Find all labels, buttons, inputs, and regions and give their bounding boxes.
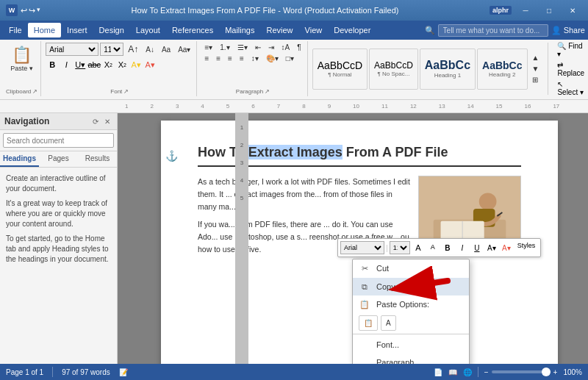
select-btn[interactable]: ↖ Select ▾	[554, 79, 587, 97]
underline-btn[interactable]: U▾	[74, 58, 87, 71]
multilevel-btn[interactable]: ☰▾	[234, 43, 251, 52]
nav-tab-headings[interactable]: Headings	[0, 151, 39, 167]
menu-search-input[interactable]	[438, 24, 548, 37]
align-left-btn[interactable]: ≡	[201, 54, 212, 63]
page-info: Page 1 of 1	[6, 368, 43, 376]
undo-btn[interactable]: ↩	[21, 6, 27, 15]
ctx-font[interactable]: Font...	[353, 336, 469, 354]
menu-bar: File Home Insert Design Layout Reference…	[0, 21, 588, 40]
font-size-select[interactable]: 11	[100, 43, 123, 56]
italic-btn[interactable]: I	[60, 58, 73, 71]
decrease-indent-btn[interactable]: ⇤	[252, 43, 264, 52]
borders-btn[interactable]: □▾	[283, 54, 297, 63]
menu-file[interactable]: File	[3, 23, 28, 37]
minimize-btn[interactable]: ─	[516, 4, 535, 17]
paste-btn[interactable]: 📋 Paste ▾	[6, 43, 37, 75]
style-heading1[interactable]: AaBbCc Heading 1	[420, 49, 476, 90]
zoom-control[interactable]: − +	[484, 368, 558, 376]
mini-grow-btn[interactable]: A	[412, 241, 425, 254]
nav-tab-results[interactable]: Results	[78, 151, 117, 167]
view-print-btn[interactable]: 📄	[434, 368, 442, 376]
increase-indent-btn[interactable]: ⇥	[265, 43, 277, 52]
clear-format-btn[interactable]: Aa	[159, 45, 173, 54]
sort-btn[interactable]: ↕A	[279, 43, 293, 52]
main-layout: Navigation ⟳ ✕ Headings Pages Results Cr…	[0, 113, 588, 364]
mini-font-select[interactable]: Arial	[340, 241, 384, 254]
find-btn[interactable]: 🔍 Find ▾	[554, 41, 587, 59]
undo-redo-controls[interactable]: ↩ ↪ ▾	[21, 6, 40, 15]
show-para-btn[interactable]: ¶	[294, 43, 304, 52]
menu-mailings[interactable]: Mailings	[219, 23, 260, 37]
zoom-slider[interactable]	[492, 370, 551, 373]
change-case-btn[interactable]: Aa▾	[175, 45, 193, 54]
justify-btn[interactable]: ≡	[237, 54, 247, 63]
mini-shrink-btn[interactable]: A	[426, 241, 440, 254]
replace-btn[interactable]: ⇄ Replace	[554, 60, 587, 78]
doc-area[interactable]: 12345 ⚓ Arial | 11 A A B I U A▾ A▾	[118, 113, 588, 364]
shading-btn[interactable]: 🎨▾	[263, 54, 282, 63]
line-spacing-btn[interactable]: ↕▾	[248, 54, 262, 63]
ribbon: 📋 Paste ▾ Clipboard ↗ Arial 11 A↑ A↓ Aa …	[0, 40, 588, 100]
zoom-out-btn[interactable]: −	[484, 368, 489, 376]
mini-font-color-btn[interactable]: A▾	[500, 241, 513, 254]
styles-scroll-down[interactable]: ▼	[529, 64, 542, 74]
view-web-btn[interactable]: 🌐	[463, 368, 472, 376]
redo-btn[interactable]: ↪	[29, 6, 35, 15]
menu-insert[interactable]: Insert	[61, 23, 93, 37]
subscript-btn[interactable]: X2	[101, 58, 115, 71]
paragraph-group: ≡▾ 1.▾ ☰▾ ⇤ ⇥ ↕A ¶ ≡ ≡ ≡ ≡ ↕▾ 🎨▾ □▾ Para…	[198, 41, 307, 96]
font-color-btn[interactable]: A▾	[143, 58, 157, 71]
mini-size-select[interactable]: 11	[390, 241, 410, 254]
ruler: 1 2 3 4 5 6 7 8 9 10 11 12 13 14 15 16 1…	[0, 100, 588, 113]
highlight-btn[interactable]: A▾	[129, 58, 143, 71]
status-bar: Page 1 of 1 97 of 97 words 📝 📄 📖 🌐 − + 1…	[0, 364, 588, 380]
nav-search-btn[interactable]: ⟳	[90, 117, 101, 126]
zoom-in-btn[interactable]: +	[553, 368, 558, 376]
mini-italic-btn[interactable]: I	[456, 241, 469, 254]
menu-references[interactable]: References	[166, 23, 219, 37]
font-family-select[interactable]: Arial	[46, 43, 98, 56]
align-center-btn[interactable]: ≡	[213, 54, 223, 63]
zoom-level[interactable]: 100%	[563, 368, 582, 376]
nav-search-input[interactable]	[3, 133, 114, 148]
nav-title: Navigation	[4, 116, 49, 126]
bold-btn[interactable]: B	[46, 58, 59, 71]
paste-option-2[interactable]: A	[381, 315, 396, 331]
menu-home[interactable]: Home	[28, 23, 61, 37]
red-arrow-indicator	[378, 266, 451, 303]
styles-scroll-up[interactable]: ▲	[529, 53, 542, 62]
mini-bold-btn[interactable]: B	[441, 241, 454, 254]
superscript-btn[interactable]: X2	[115, 58, 129, 71]
align-right-btn[interactable]: ≡	[225, 54, 235, 63]
grow-font-btn[interactable]: A↑	[125, 43, 141, 55]
ctx-paragraph[interactable]: Paragraph...	[353, 354, 469, 364]
proofing-icon: 📝	[119, 368, 128, 376]
style-heading2[interactable]: AaBbCc Heading 2	[477, 49, 527, 90]
mini-highlight-color-btn[interactable]: A▾	[485, 241, 498, 254]
shrink-font-btn[interactable]: A↓	[143, 45, 157, 54]
menu-layout[interactable]: Layout	[130, 23, 166, 37]
styles-more-btn[interactable]: ⊞	[529, 75, 542, 85]
cut-icon: ✂	[359, 262, 370, 275]
bullets-btn[interactable]: ≡▾	[201, 43, 215, 52]
nav-close-btn[interactable]: ✕	[102, 117, 112, 126]
maximize-btn[interactable]: □	[539, 4, 559, 17]
numbering-btn[interactable]: 1.▾	[217, 43, 232, 52]
menu-developer[interactable]: Developer	[328, 23, 376, 37]
mini-styles-btn[interactable]: Styles	[514, 241, 539, 254]
paste-option-1[interactable]: 📋	[359, 315, 378, 331]
style-nospacing[interactable]: AaBbCcD ¶ No Spac...	[369, 49, 418, 90]
nav-content: Create an interactive outline of your do…	[0, 168, 117, 270]
document-page: ⚓ Arial | 11 A A B I U A▾ A▾ Styles H	[161, 121, 558, 364]
close-btn[interactable]: ✕	[563, 4, 582, 17]
zoom-thumb	[542, 368, 551, 376]
view-reading-btn[interactable]: 📖	[448, 368, 457, 376]
nav-tab-pages[interactable]: Pages	[39, 151, 78, 167]
mini-underline-btn[interactable]: U	[470, 241, 484, 254]
menu-view[interactable]: View	[299, 23, 329, 37]
style-normal[interactable]: AaBbCcD ¶ Normal	[312, 49, 368, 90]
menu-design[interactable]: Design	[93, 23, 130, 37]
share-btn[interactable]: 👤 Share	[551, 26, 585, 35]
strikethrough-btn[interactable]: abc	[87, 58, 101, 71]
menu-review[interactable]: Review	[261, 23, 299, 37]
